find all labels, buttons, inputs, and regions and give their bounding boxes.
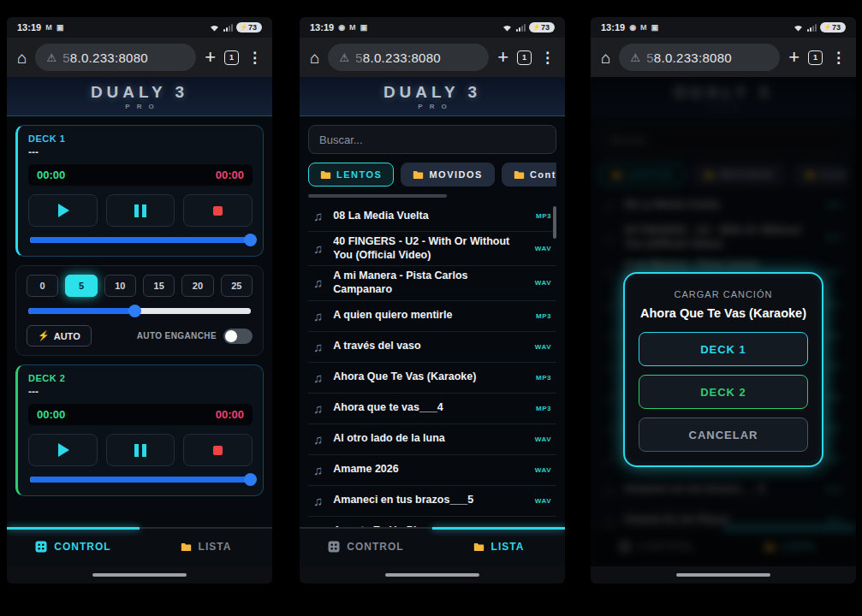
pause-icon — [134, 444, 146, 457]
preset-button-0[interactable]: 0 — [27, 275, 58, 297]
home-icon[interactable]: ⌂ — [17, 50, 27, 66]
song-row[interactable]: ♫ Al otro lado de la luna WAV — [308, 424, 556, 455]
nav-tab-lista[interactable]: LISTA — [140, 527, 272, 566]
deck2-time-display: 00:00 00:00 — [28, 404, 253, 425]
deck1-elapsed-time: 00:00 — [37, 169, 65, 181]
clock: 13:19 — [17, 22, 41, 33]
deck1-progress-slider[interactable] — [30, 237, 251, 243]
music-note-icon: ♫ — [313, 241, 323, 256]
menu-icon[interactable]: ⋮ — [247, 50, 262, 65]
new-tab-button[interactable]: + — [788, 48, 800, 67]
song-row[interactable]: ♫ Ahora Que Te Vas (Karaoke) MP3 — [308, 363, 556, 394]
deck1-play-button[interactable] — [28, 194, 98, 227]
menu-icon[interactable]: ⋮ — [540, 50, 555, 65]
tab-switcher-button[interactable]: 1 — [517, 50, 532, 65]
new-tab-button[interactable]: + — [497, 48, 508, 67]
browser-toolbar: ⌂ ⚠ 58.0.233:8080 + 1 ⋮ — [7, 38, 272, 77]
tab-lentos[interactable]: LENTOS — [308, 163, 394, 187]
tab-switcher-button[interactable]: 1 — [808, 50, 823, 65]
address-bar[interactable]: ⚠ 58.0.233:8080 — [35, 44, 196, 71]
address-bar[interactable]: ⚠ 58.0.233:8080 — [328, 44, 489, 71]
tab-switcher-button[interactable]: 1 — [224, 50, 239, 65]
play-icon — [58, 204, 69, 217]
charging-bolt-icon: ⚡ — [823, 24, 831, 31]
dialog-cancel-button[interactable]: CANCELAR — [639, 418, 808, 452]
auto-enganche-toggle[interactable] — [223, 329, 253, 344]
pitch-slider-thumb[interactable] — [128, 305, 141, 317]
preset-button-15[interactable]: 15 — [143, 275, 175, 297]
battery-indicator: ⚡73 — [236, 22, 262, 33]
deck2-play-button[interactable] — [28, 434, 98, 466]
pitch-slider[interactable] — [28, 308, 251, 314]
bottom-nav: CONTROL LISTA — [300, 527, 565, 566]
preset-button-25[interactable]: 25 — [221, 275, 253, 297]
play-icon — [58, 443, 69, 457]
song-row[interactable]: ♫ 08 La Media Vuelta MP3 — [308, 201, 556, 232]
url-text: 8.0.233:8080 — [363, 50, 441, 65]
dialog-deck1-button[interactable]: DECK 1 — [639, 332, 808, 366]
song-format-badge: WAV — [535, 435, 551, 443]
browser-toolbar: ⌂ ⚠ 58.0.233:8080 + 1 ⋮ — [591, 38, 856, 77]
nav-tab-control[interactable]: CONTROL — [7, 527, 140, 566]
nav-active-indicator — [7, 527, 140, 530]
song-row[interactable]: ♫ A quien quiero mentirle MP3 — [308, 301, 556, 332]
deck1-stop-button[interactable] — [183, 194, 253, 227]
gesture-bar[interactable] — [591, 566, 856, 583]
gmail-icon: M — [349, 23, 356, 32]
bottom-nav: CONTROL LISTA — [7, 527, 272, 566]
gesture-bar[interactable] — [7, 566, 272, 583]
song-row[interactable]: ♫ A mi Manera - Pista Carlos Campanaro W… — [308, 266, 556, 300]
song-row[interactable]: ♫ Ahora que te vas___4 MP3 — [308, 394, 556, 424]
app-header: DUALY 3 PRO — [7, 77, 272, 116]
pitch-panel: 0 5 10 15 20 25 ⚡ AUTO AUTO ENGANCHE — [15, 265, 264, 356]
song-format-badge: WAV — [535, 343, 551, 351]
folder-icon — [473, 542, 485, 552]
song-row[interactable]: ♫ 40 FINGERS - U2 - With Or Without You … — [308, 232, 556, 266]
folder-icon — [320, 170, 331, 180]
home-icon[interactable]: ⌂ — [601, 50, 610, 66]
phone-screen-lista: 13:19 ◉ M ▣ ⚡73 ⌂ ⚠ 58.0.233:8080 + 1 ⋮ … — [300, 17, 565, 583]
address-bar[interactable]: ⚠ 58.0.233:8080 — [619, 44, 780, 71]
list-scrollbar[interactable] — [553, 206, 556, 239]
signal-icon — [516, 23, 526, 32]
search-input[interactable] — [308, 125, 556, 154]
song-title: Amaneci en tus brazos___5 — [333, 494, 525, 507]
new-tab-button[interactable]: + — [205, 48, 216, 67]
deck2-elapsed-time: 00:00 — [37, 408, 65, 421]
pause-icon — [134, 204, 146, 217]
battery-indicator: ⚡73 — [820, 22, 846, 33]
deck2-pause-button[interactable] — [106, 434, 175, 466]
clock: 13:19 — [601, 22, 625, 33]
deck2-stop-button[interactable] — [183, 434, 253, 466]
tabs-scrollbar[interactable] — [308, 194, 447, 198]
deck1-pause-button[interactable] — [106, 194, 175, 227]
tab-label: ContraV — [530, 169, 556, 180]
deck2-slider-thumb[interactable] — [244, 473, 257, 486]
wifi-icon — [209, 23, 220, 33]
song-row[interactable]: ♫ A través del vaso WAV — [308, 332, 556, 363]
tab-contrav[interactable]: ContraV — [502, 163, 556, 187]
music-note-icon: ♫ — [313, 275, 323, 290]
auto-button[interactable]: ⚡ AUTO — [27, 325, 92, 346]
phone-screen-control: 13:19 M ▣ ⚡73 ⌂ ⚠ 58.0.233:8080 + 1 ⋮ DU… — [7, 17, 272, 583]
deck1-slider-thumb[interactable] — [244, 234, 257, 246]
song-format-badge: WAV — [535, 279, 551, 287]
deck2-track-name: --- — [28, 386, 253, 398]
dialog-deck2-button[interactable]: DECK 2 — [639, 375, 808, 409]
tab-movidos[interactable]: MOVIDOS — [401, 163, 494, 187]
nav-tab-lista[interactable]: LISTA — [432, 527, 565, 566]
home-icon[interactable]: ⌂ — [310, 50, 319, 66]
menu-icon[interactable]: ⋮ — [831, 50, 846, 65]
preset-button-5[interactable]: 5 — [65, 275, 97, 297]
song-row[interactable]: ♫ Amarte Es Un Placer MP3 — [308, 517, 556, 528]
nav-tab-control[interactable]: CONTROL — [300, 527, 432, 566]
song-row[interactable]: ♫ Amame 2026 WAV — [308, 455, 556, 486]
song-title: 40 FINGERS - U2 - With Or Without You (O… — [333, 235, 525, 262]
song-format-badge: MP3 — [536, 405, 551, 412]
deck2-progress-slider[interactable] — [30, 477, 251, 483]
site-warning-icon: ⚠ — [339, 52, 349, 63]
song-row[interactable]: ♫ Amaneci en tus brazos___5 WAV — [308, 486, 556, 517]
preset-button-10[interactable]: 10 — [104, 275, 136, 297]
preset-button-20[interactable]: 20 — [181, 275, 213, 297]
gesture-bar[interactable] — [300, 566, 565, 583]
